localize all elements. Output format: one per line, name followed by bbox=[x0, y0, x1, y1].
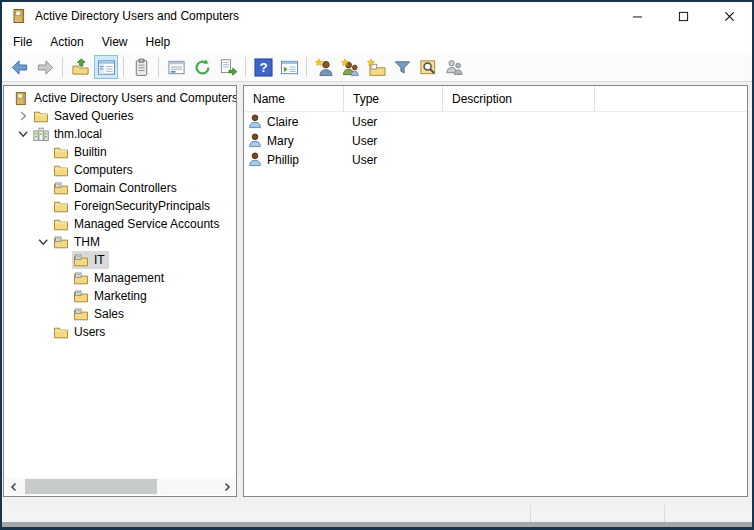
folder-icon bbox=[33, 109, 49, 124]
new-user-icon bbox=[315, 58, 334, 77]
tree-item-management[interactable]: Management bbox=[4, 269, 236, 287]
tree-item-domain-controllers[interactable]: Domain Controllers bbox=[4, 179, 236, 197]
ou-icon bbox=[73, 271, 89, 286]
list-cell-type: User bbox=[344, 134, 443, 148]
minimize-button[interactable] bbox=[614, 2, 660, 30]
forward-icon bbox=[36, 58, 55, 77]
tree-item-label: Management bbox=[94, 271, 164, 285]
tree-item-foreignsecurityprincipals[interactable]: ForeignSecurityPrincipals bbox=[4, 197, 236, 215]
main-area: Active Directory Users and Computers [Sa… bbox=[2, 82, 752, 527]
list-cell-type: User bbox=[344, 115, 443, 129]
tree-item-label: Sales bbox=[94, 307, 124, 321]
svg-text:?: ? bbox=[259, 60, 267, 75]
help-button[interactable]: ? bbox=[251, 55, 275, 79]
new-user-button[interactable] bbox=[312, 55, 336, 79]
tree-item-active-directory-users-and-computers[interactable]: Active Directory Users and Computers [ bbox=[4, 89, 236, 107]
toolbar-separator bbox=[62, 57, 63, 77]
export-list-button[interactable] bbox=[216, 55, 240, 79]
tree-item-marketing[interactable]: Marketing bbox=[4, 287, 236, 305]
column-header-description[interactable]: Description bbox=[443, 86, 595, 111]
statusbar-segment bbox=[2, 505, 530, 522]
maximize-icon bbox=[678, 11, 689, 22]
column-header-type[interactable]: Type bbox=[344, 86, 443, 111]
window-frame-strip bbox=[2, 522, 752, 527]
tree-item-builtin[interactable]: Builtin bbox=[4, 143, 236, 161]
tree-item-content: Sales bbox=[72, 305, 128, 323]
maximize-button[interactable] bbox=[660, 2, 706, 30]
up-level-button[interactable] bbox=[68, 55, 92, 79]
properties-window-button[interactable] bbox=[164, 55, 188, 79]
list-row-mary[interactable]: MaryUser bbox=[244, 131, 747, 150]
window-controls bbox=[614, 2, 752, 30]
ou-icon bbox=[53, 181, 69, 196]
close-button[interactable] bbox=[706, 2, 752, 30]
tree-item-content: THM bbox=[52, 233, 104, 251]
tree-indent bbox=[33, 145, 52, 159]
tree-item-thm[interactable]: THM bbox=[4, 233, 236, 251]
list-header: NameTypeDescription bbox=[244, 86, 747, 112]
back-icon bbox=[10, 58, 29, 77]
list-item-name: Claire bbox=[267, 115, 298, 129]
toolbar: ? bbox=[2, 53, 752, 82]
menu-view[interactable]: View bbox=[93, 32, 137, 52]
tree-item-it[interactable]: IT bbox=[4, 251, 236, 269]
tree-item-content: IT bbox=[72, 251, 109, 269]
new-ou-button[interactable] bbox=[364, 55, 388, 79]
console-tree-button[interactable] bbox=[94, 55, 118, 79]
titlebar: Active Directory Users and Computers bbox=[2, 2, 752, 30]
chevron-expanded-icon[interactable] bbox=[33, 235, 52, 249]
menu-file[interactable]: File bbox=[4, 32, 41, 52]
menu-action[interactable]: Action bbox=[41, 32, 92, 52]
aduc-window: Active Directory Users and Computers Fil… bbox=[0, 0, 754, 530]
tree-item-content: ForeignSecurityPrincipals bbox=[52, 197, 214, 215]
new-group-button[interactable] bbox=[338, 55, 362, 79]
scroll-left-button[interactable] bbox=[5, 478, 22, 495]
action-pane-button[interactable] bbox=[277, 55, 301, 79]
column-header-name[interactable]: Name bbox=[244, 86, 344, 111]
filter-icon bbox=[393, 58, 412, 77]
tree-item-computers[interactable]: Computers bbox=[4, 161, 236, 179]
tree-item-thm-local[interactable]: thm.local bbox=[4, 125, 236, 143]
find-button[interactable] bbox=[416, 55, 440, 79]
user-icon bbox=[248, 114, 262, 129]
list-cell-type: User bbox=[344, 153, 443, 167]
tree-indent bbox=[53, 253, 72, 267]
tree-indent bbox=[33, 181, 52, 195]
aduc-icon bbox=[13, 91, 29, 106]
menu-help[interactable]: Help bbox=[137, 32, 180, 52]
tree-item-saved-queries[interactable]: Saved Queries bbox=[4, 107, 236, 125]
tree-indent bbox=[53, 271, 72, 285]
properties-window-icon bbox=[167, 58, 186, 77]
refresh-icon bbox=[193, 58, 212, 77]
user-icon bbox=[248, 133, 262, 148]
tree-item-users[interactable]: Users bbox=[4, 323, 236, 341]
tree-item-content: thm.local bbox=[32, 125, 106, 143]
list-row-claire[interactable]: ClaireUser bbox=[244, 112, 747, 131]
list-row-phillip[interactable]: PhillipUser bbox=[244, 150, 747, 169]
minimize-icon bbox=[632, 11, 643, 22]
folder-icon bbox=[53, 217, 69, 232]
folder-icon bbox=[53, 325, 69, 340]
ou-icon bbox=[73, 289, 89, 304]
column-header-label: Description bbox=[452, 92, 512, 106]
console-tree-icon bbox=[97, 58, 116, 77]
list-item-name: Phillip bbox=[267, 153, 299, 167]
ou-icon bbox=[73, 253, 89, 268]
tree-horizontal-scrollbar[interactable] bbox=[5, 478, 235, 495]
tree-item-content: Builtin bbox=[52, 143, 111, 161]
clipboard-button[interactable] bbox=[129, 55, 153, 79]
tree-indent bbox=[33, 217, 52, 231]
chevron-expanded-icon[interactable] bbox=[13, 127, 32, 141]
refresh-button[interactable] bbox=[190, 55, 214, 79]
chevron-collapsed-icon[interactable] bbox=[13, 109, 32, 123]
tree-indent bbox=[33, 163, 52, 177]
forward-button[interactable] bbox=[33, 55, 57, 79]
tree-item-sales[interactable]: Sales bbox=[4, 305, 236, 323]
scrollbar-thumb[interactable] bbox=[25, 479, 157, 494]
aduc-icon bbox=[11, 8, 27, 24]
group-properties-button[interactable] bbox=[442, 55, 466, 79]
back-button[interactable] bbox=[7, 55, 31, 79]
scroll-right-button[interactable] bbox=[218, 478, 235, 495]
tree-item-managed-service-accounts[interactable]: Managed Service Accounts bbox=[4, 215, 236, 233]
filter-button[interactable] bbox=[390, 55, 414, 79]
